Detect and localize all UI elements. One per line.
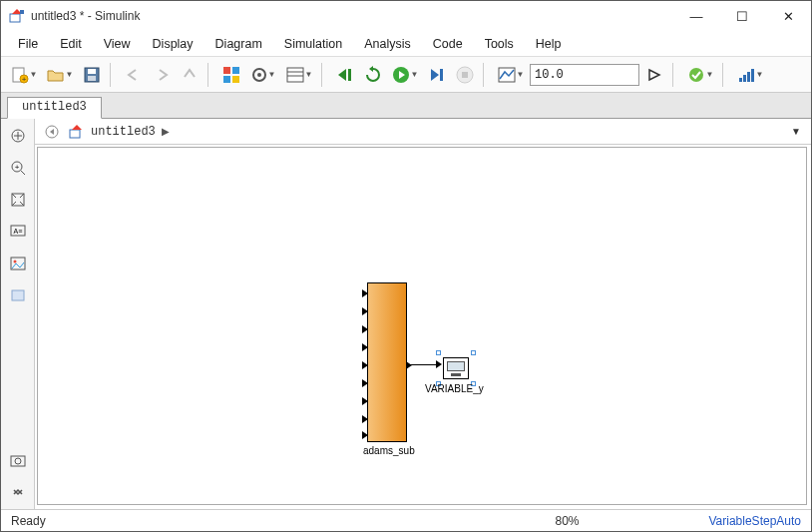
image-button[interactable] bbox=[7, 253, 29, 274]
stop-button[interactable] bbox=[452, 62, 478, 88]
menu-tools[interactable]: Tools bbox=[474, 33, 525, 55]
svg-text:A≡: A≡ bbox=[13, 228, 22, 235]
tab-untitled3[interactable]: untitled3 bbox=[7, 97, 102, 119]
toolbar: +▼ ▼ ▼ ▼ bbox=[1, 57, 811, 93]
svg-marker-20 bbox=[369, 66, 373, 72]
svg-rect-43 bbox=[12, 290, 24, 300]
canvas-area: untitled3 ▶ ▼ a bbox=[35, 119, 811, 509]
maximize-button[interactable]: ☐ bbox=[719, 1, 765, 31]
status-zoom[interactable]: 80% bbox=[555, 514, 579, 528]
separator bbox=[207, 63, 213, 87]
menu-simulation[interactable]: Simulation bbox=[273, 33, 353, 55]
block-label-scope: VARIABLE_y bbox=[425, 383, 484, 394]
resize-handle[interactable] bbox=[436, 350, 441, 355]
close-button[interactable]: ✕ bbox=[765, 1, 811, 31]
resize-handle[interactable] bbox=[471, 350, 476, 355]
menu-code[interactable]: Code bbox=[422, 33, 474, 55]
separator bbox=[321, 63, 327, 87]
screenshot-button[interactable] bbox=[7, 449, 29, 471]
separator bbox=[483, 63, 489, 87]
zoom-in-button[interactable]: + bbox=[7, 157, 29, 179]
svg-rect-9 bbox=[223, 67, 230, 74]
svg-rect-48 bbox=[70, 130, 80, 138]
status-ready: Ready bbox=[11, 514, 46, 528]
inport-icon[interactable] bbox=[362, 397, 368, 405]
open-button[interactable]: ▼ bbox=[43, 62, 77, 88]
restart-button[interactable] bbox=[360, 62, 386, 88]
breadcrumb-dropdown[interactable]: ▼ bbox=[787, 124, 805, 139]
menu-view[interactable]: View bbox=[93, 33, 142, 55]
build-button[interactable]: ▼ bbox=[733, 62, 767, 88]
block-adams-sub[interactable] bbox=[367, 282, 407, 442]
svg-point-29 bbox=[689, 68, 703, 82]
separator bbox=[110, 63, 116, 87]
hide-nav-button[interactable] bbox=[7, 125, 29, 147]
inport-icon[interactable] bbox=[362, 431, 368, 439]
svg-marker-47 bbox=[50, 129, 54, 135]
menu-analysis[interactable]: Analysis bbox=[353, 33, 422, 55]
update-diagram-button[interactable]: ▼ bbox=[683, 62, 717, 88]
separator bbox=[672, 63, 678, 87]
svg-rect-32 bbox=[747, 72, 750, 82]
svg-rect-7 bbox=[88, 69, 96, 74]
breadcrumb: untitled3 ▶ ▼ bbox=[35, 119, 811, 145]
inport-icon[interactable] bbox=[362, 343, 368, 351]
inport-icon[interactable] bbox=[362, 325, 368, 333]
data-inspector-button[interactable]: ▼ bbox=[494, 62, 528, 88]
menu-file[interactable]: File bbox=[7, 33, 49, 55]
save-button[interactable] bbox=[79, 62, 105, 88]
menu-help[interactable]: Help bbox=[525, 33, 573, 55]
block-label-adams-sub: adams_sub bbox=[363, 445, 415, 456]
back-button[interactable] bbox=[121, 62, 147, 88]
show-panel-button[interactable] bbox=[7, 481, 29, 503]
svg-rect-8 bbox=[88, 76, 96, 81]
inport-icon[interactable] bbox=[362, 307, 368, 315]
svg-rect-30 bbox=[739, 78, 742, 82]
outport-icon[interactable] bbox=[406, 361, 412, 369]
annotation-button[interactable]: A≡ bbox=[7, 221, 29, 243]
model-explorer-button[interactable]: ▼ bbox=[282, 62, 316, 88]
separator bbox=[722, 63, 728, 87]
inport-icon[interactable] bbox=[362, 289, 368, 297]
svg-marker-19 bbox=[338, 69, 346, 81]
model-canvas[interactable]: adams_sub VARIABLE_y bbox=[37, 147, 807, 505]
left-toolbar: + A≡ bbox=[1, 119, 35, 509]
up-button[interactable] bbox=[177, 62, 203, 88]
model-config-button[interactable]: ▼ bbox=[246, 62, 280, 88]
app-window: untitled3 * - Simulink — ☐ ✕ File Edit V… bbox=[0, 0, 812, 532]
inport-icon[interactable] bbox=[362, 361, 368, 369]
breadcrumb-arrow-icon[interactable]: ▶ bbox=[162, 126, 170, 137]
forward-button[interactable] bbox=[149, 62, 175, 88]
model-icon bbox=[69, 124, 85, 140]
run-button[interactable]: ▼ bbox=[388, 62, 422, 88]
svg-rect-26 bbox=[462, 72, 468, 78]
nav-back-icon[interactable] bbox=[41, 121, 63, 143]
fast-restart-button[interactable] bbox=[641, 62, 667, 88]
svg-text:+: + bbox=[14, 163, 19, 172]
svg-point-42 bbox=[13, 261, 16, 264]
svg-line-36 bbox=[21, 171, 25, 175]
menu-edit[interactable]: Edit bbox=[49, 33, 93, 55]
svg-rect-18 bbox=[348, 69, 351, 81]
svg-marker-28 bbox=[649, 70, 659, 80]
inport-icon[interactable] bbox=[362, 415, 368, 423]
menu-display[interactable]: Display bbox=[142, 33, 204, 55]
new-model-button[interactable]: +▼ bbox=[7, 62, 41, 88]
signal-wire[interactable] bbox=[408, 364, 438, 365]
breadcrumb-model[interactable]: untitled3 bbox=[91, 125, 156, 139]
library-browser-button[interactable] bbox=[218, 62, 244, 88]
area-button[interactable] bbox=[7, 284, 29, 306]
svg-rect-24 bbox=[440, 69, 443, 81]
step-back-button[interactable] bbox=[332, 62, 358, 88]
statusbar: Ready 80% VariableStepAuto bbox=[1, 509, 811, 531]
menu-diagram[interactable]: Diagram bbox=[204, 33, 273, 55]
minimize-button[interactable]: — bbox=[673, 1, 719, 31]
inport-icon[interactable] bbox=[362, 379, 368, 387]
svg-rect-33 bbox=[751, 69, 754, 82]
fit-view-button[interactable] bbox=[7, 189, 29, 211]
step-forward-button[interactable] bbox=[424, 62, 450, 88]
svg-marker-49 bbox=[72, 125, 82, 130]
menubar: File Edit View Display Diagram Simulatio… bbox=[1, 31, 811, 57]
status-solver[interactable]: VariableStepAuto bbox=[708, 514, 801, 528]
simulation-time-input[interactable] bbox=[530, 64, 639, 86]
